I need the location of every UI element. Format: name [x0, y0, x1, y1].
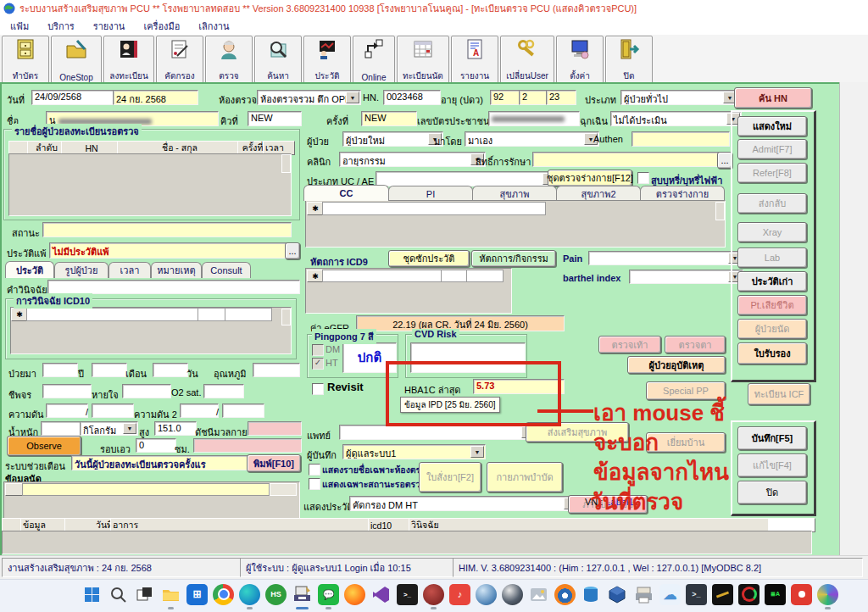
history-set-button[interactable]: ชุดซักประวัติ: [388, 250, 470, 267]
authen-field[interactable]: [632, 131, 730, 147]
bp-systolic-field[interactable]: [46, 403, 88, 418]
weight-field[interactable]: [41, 421, 83, 436]
taskbar-ring-app-button[interactable]: [738, 584, 760, 609]
taskbar-printer-tool-button[interactable]: [633, 584, 654, 609]
edit-button[interactable]: แก้ไข[F4]: [737, 453, 807, 477]
waist-field[interactable]: 0: [136, 438, 176, 453]
observe-button[interactable]: Observe: [7, 436, 81, 456]
hn-field[interactable]: 0023468: [383, 90, 441, 105]
tab-time[interactable]: เวลา: [108, 262, 151, 278]
scrollbar[interactable]: [715, 202, 725, 220]
sick-months-field[interactable]: [92, 363, 127, 377]
foot-exam-button[interactable]: ตรวจเท้า: [598, 336, 661, 353]
toolbar-close-button[interactable]: ปิด: [605, 36, 653, 84]
icd9-grid-cell[interactable]: [322, 270, 442, 282]
pttype-field[interactable]: [532, 152, 722, 167]
taskbar-chrome-button[interactable]: [213, 584, 234, 609]
o2sat-field[interactable]: [203, 384, 244, 398]
cc-grid-cell[interactable]: [322, 202, 546, 215]
tab-health2[interactable]: สุขภาพ2: [556, 186, 641, 201]
appointment-patient-button[interactable]: ผู้ป่วยนัด: [737, 319, 807, 339]
appointment-grid-cell[interactable]: [22, 483, 270, 496]
toolbar-history-button[interactable]: ประวัติ: [303, 36, 351, 84]
allergy-field[interactable]: ไม่มีประวัติแพ้: [49, 242, 290, 259]
taskbar-visual-studio-button[interactable]: [370, 584, 392, 609]
physio-button[interactable]: กายภาพบำบัด: [487, 462, 563, 492]
temp-field[interactable]: [253, 363, 300, 377]
icd10-grid-cell[interactable]: [26, 308, 199, 321]
taskbar-pcu-app-button-active[interactable]: [292, 584, 313, 609]
tab-pi[interactable]: PI: [388, 186, 473, 201]
sick-days-field[interactable]: [153, 363, 188, 377]
taskbar-store-button[interactable]: ⊞: [186, 584, 208, 609]
tab-history[interactable]: ประวัติ: [5, 261, 54, 278]
scrollbar[interactable]: [281, 154, 291, 173]
smoke-checkbox[interactable]: [637, 172, 649, 184]
resp-field[interactable]: [122, 384, 171, 398]
date-field[interactable]: 24/09/2568: [31, 90, 116, 105]
taskbar-virtualbox-button[interactable]: [607, 584, 628, 609]
taskbar-file-explorer-button[interactable]: [160, 584, 181, 609]
visit-no-field[interactable]: NEW: [361, 111, 417, 126]
queue-field[interactable]: NEW: [248, 111, 302, 126]
taskbar-media-button[interactable]: ♪: [449, 584, 470, 609]
patient-category-select[interactable]: ผู้ป่วยทั่วไป▼: [620, 90, 738, 105]
old-history-button[interactable]: ประวัติเก่า: [737, 271, 807, 292]
scrollbar[interactable]: [281, 309, 291, 325]
toolbar-register-button[interactable]: ลงทะเบียน: [103, 36, 154, 84]
taskbar-headset-button[interactable]: [423, 584, 444, 609]
pain-select[interactable]: ▼: [588, 251, 743, 265]
menu-file[interactable]: แฟ้ม: [10, 19, 29, 34]
toolbar-report-button[interactable]: A รายงาน: [451, 36, 498, 84]
toolbar-screening-button[interactable]: คัดกรอง: [156, 36, 203, 84]
taskbar-cmd-button[interactable]: >_: [397, 584, 418, 609]
taskbar-search-button[interactable]: [108, 584, 129, 609]
taskbar-start-button[interactable]: [81, 584, 103, 609]
revisit-checkbox[interactable]: [312, 383, 324, 395]
diagnosis-field[interactable]: [47, 280, 300, 294]
tab-cc[interactable]: CC: [303, 185, 389, 201]
refer-button[interactable]: Refer[F8]: [737, 163, 807, 183]
taskbar-dark-sphere-button[interactable]: [502, 584, 523, 609]
room-select[interactable]: ห้องตรวจรวม ตึก OPD▼: [257, 90, 361, 105]
taskbar-ai-app-button[interactable]: [817, 584, 838, 609]
barthel-select[interactable]: ▼: [629, 270, 743, 284]
scrollbar[interactable]: [270, 483, 297, 496]
menu-exit[interactable]: เลิกงาน: [198, 19, 229, 34]
age-months-field[interactable]: 2: [519, 90, 548, 105]
admit-button[interactable]: Admit[F7]: [737, 139, 807, 159]
icd9-grid-cell[interactable]: [466, 270, 504, 282]
toolbar-online-button[interactable]: Online: [353, 36, 395, 84]
send-back-button[interactable]: ส่งกลับ: [737, 193, 807, 214]
weight-unit-select[interactable]: กิโลกรัม▼: [80, 421, 138, 436]
tab-note[interactable]: หมายเหตุ: [151, 262, 202, 278]
icf-button[interactable]: ทะเบียน ICF: [748, 383, 810, 405]
taskbar-red-app-button[interactable]: [791, 584, 812, 609]
taskbar-sql-button[interactable]: [581, 584, 602, 609]
show-room-only-checkbox[interactable]: [309, 464, 320, 476]
toolbar-exam-button[interactable]: ตรวจ: [205, 36, 253, 84]
eye-exam-button[interactable]: ตรวจตา: [665, 336, 726, 353]
toolbar-settings-button[interactable]: ตั้งค่า: [556, 36, 604, 84]
xray-button[interactable]: Xray: [737, 222, 807, 242]
bp2-diastolic-field[interactable]: [222, 403, 264, 418]
accident-button[interactable]: ผู้ป่วยอุบัติเหตุ: [627, 356, 726, 374]
age-days-field[interactable]: 23: [546, 90, 576, 105]
pulse-field[interactable]: [42, 384, 92, 398]
ht-checkbox[interactable]: ✓: [312, 358, 324, 370]
chevron-down-icon[interactable]: ▼: [470, 446, 484, 458]
age-years-field[interactable]: 92: [490, 90, 520, 105]
chevron-down-icon[interactable]: ▼: [123, 423, 136, 434]
icd10-grid-cell[interactable]: [225, 308, 272, 321]
menu-report[interactable]: รายงาน: [93, 19, 125, 34]
clinic-select[interactable]: อายุรกรรม▼: [339, 152, 486, 167]
certificate-button[interactable]: ใบรับรอง: [737, 342, 807, 364]
search-hn-button[interactable]: ค้น HN: [734, 87, 812, 108]
sick-years-field[interactable]: [42, 363, 78, 377]
taskbar-blender-button[interactable]: [554, 584, 576, 609]
taskbar-matrix-app-button[interactable]: ≣A: [765, 584, 786, 609]
icd9-grid-cell[interactable]: [441, 270, 468, 282]
taskbar-cloud-app-button[interactable]: ☁: [659, 584, 681, 609]
menu-tools[interactable]: เครื่องมือ: [143, 19, 180, 34]
toolbar-appointment-button[interactable]: ทะเบียนนัด: [397, 36, 449, 84]
